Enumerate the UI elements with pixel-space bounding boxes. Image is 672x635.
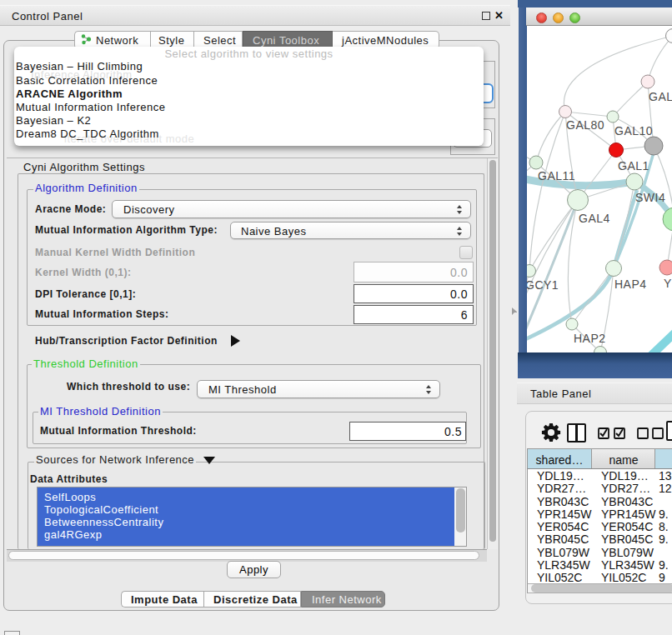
svg-text:GAL4: GAL4 [579,212,610,225]
svg-text:GCY1: GCY1 [527,278,559,292]
svg-text:GAL7: GAL7 [649,90,672,103]
svg-text:Y: Y [664,277,672,290]
svg-text:GAL11: GAL11 [538,169,575,182]
svg-text:GAL10: GAL10 [614,124,653,138]
svg-text:SWI4: SWI4 [635,191,665,204]
svg-text:HAP4: HAP4 [614,278,647,291]
svg-text:GAL80: GAL80 [566,118,604,132]
svg-text:GAL1: GAL1 [618,159,649,172]
svg-text:HAP2: HAP2 [574,332,606,345]
